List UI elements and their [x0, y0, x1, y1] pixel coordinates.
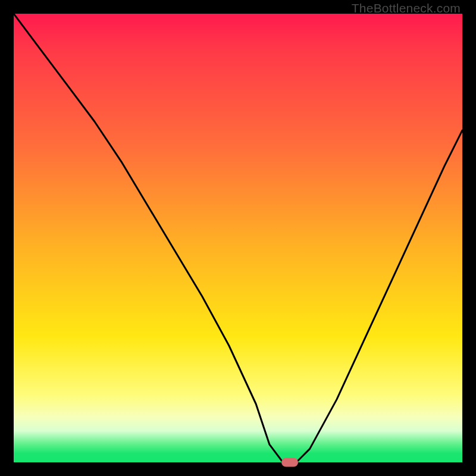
chart-plot-area [14, 14, 462, 462]
bottleneck-curve [14, 14, 462, 462]
optimum-marker [281, 458, 298, 467]
